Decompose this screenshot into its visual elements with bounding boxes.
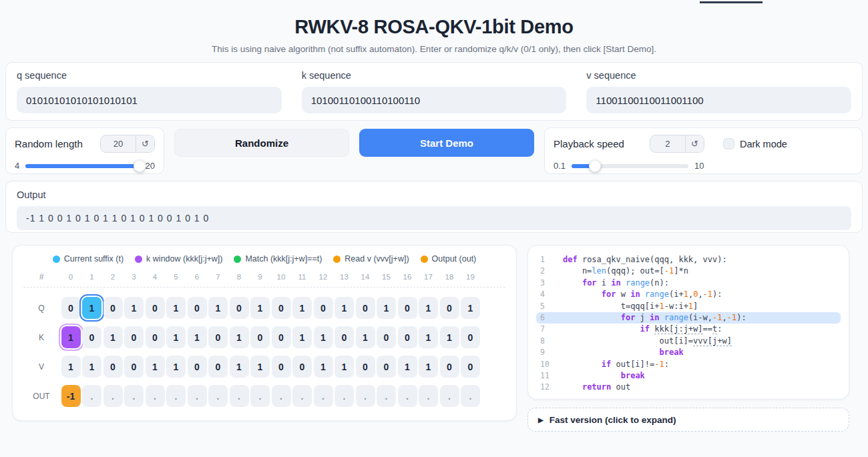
- sequence-inputs-card: q sequence k sequence v sequence: [5, 62, 863, 121]
- grid-row-v: V11001100110011001100: [23, 356, 505, 378]
- code-token: 1: [684, 290, 688, 299]
- code-token: vvv[j+w]: [693, 336, 732, 346]
- grid-cell-v-13: 1: [335, 356, 354, 378]
- grid-cell-k-18: 1: [440, 326, 459, 348]
- v-sequence-group: v sequence: [586, 70, 851, 120]
- code-token: [563, 290, 602, 299]
- grid-column-header: 11: [292, 273, 312, 281]
- legend-item: Current suffix (t): [53, 254, 124, 264]
- code-token: break: [660, 348, 684, 357]
- code-token: :: [664, 360, 669, 369]
- grid-column-header: 4: [146, 273, 165, 281]
- grid-cell-k-1: 0: [82, 326, 101, 348]
- code-line-number: 9: [540, 347, 563, 358]
- random-length-stepper[interactable]: 20 ↺: [100, 135, 155, 153]
- v-sequence-input[interactable]: [586, 87, 851, 113]
- grid-cell-out-2: .: [103, 385, 123, 407]
- grid-column-header: 9: [250, 273, 270, 281]
- code-line-source: if kkk[j:j+w]==t:: [563, 324, 722, 335]
- code-line-number: 12: [540, 382, 563, 393]
- legend-dot-icon: [421, 256, 428, 263]
- grid-cell-v-7: 0: [208, 356, 228, 378]
- code-token: t=qqq[i+: [563, 302, 660, 311]
- output-field[interactable]: [17, 206, 851, 230]
- grid-cell-v-14: 0: [356, 356, 375, 378]
- code-token: kkk[j:j+w]: [654, 324, 702, 334]
- grid-cell-v-10: 0: [272, 356, 291, 378]
- code-line-number: 6: [540, 312, 563, 324]
- grid-column-header: 10: [272, 273, 291, 281]
- code-line-source: out[i]=vvv[j+w]: [563, 336, 732, 347]
- grid-header-divider: [23, 287, 505, 288]
- q-sequence-input[interactable]: [17, 87, 282, 113]
- k-sequence-input[interactable]: [302, 87, 567, 113]
- code-token: [640, 290, 645, 299]
- playback-speed-slider[interactable]: [572, 164, 688, 168]
- grid-cell-k-4: 0: [146, 326, 165, 348]
- random-length-slider[interactable]: [25, 164, 139, 168]
- randomize-button[interactable]: Randomize: [174, 129, 349, 157]
- code-token: -1: [712, 313, 722, 322]
- grid-cell-out-14: .: [356, 385, 375, 407]
- random-length-slider-thumb[interactable]: [134, 160, 146, 172]
- code-column: 1def rosa_qkv_naive(qqq, kkk, vvv):2 n=l…: [527, 245, 849, 432]
- code-token: for: [582, 278, 597, 288]
- grid-cell-k-15: 0: [377, 326, 396, 348]
- dark-mode-checkbox[interactable]: [723, 138, 734, 149]
- grid-row-k: K10100110100110100110: [23, 326, 505, 348]
- grid-row-q: Q01010101010101010101: [23, 297, 505, 319]
- code-line-source: t=qqq[i+1-w:i+1]: [563, 301, 698, 312]
- grid-cell-v-19: 0: [461, 356, 480, 378]
- grid-header-row: #012345678910111213141516171819: [23, 272, 505, 282]
- code-token: ):: [712, 290, 722, 299]
- playback-speed-reset-icon[interactable]: ↺: [685, 135, 704, 152]
- grid-cell-q-2: 0: [103, 297, 123, 319]
- v-sequence-label: v sequence: [586, 70, 851, 81]
- random-length-max: 20: [146, 161, 155, 171]
- grid-cell-out-3: .: [124, 385, 144, 407]
- grid-cell-q-15: 1: [377, 297, 396, 319]
- code-line-10: 10 if out[i]!=-1:: [536, 359, 841, 370]
- grid-cell-out-1: .: [82, 385, 101, 407]
- code-token: i: [597, 278, 612, 288]
- code-token: out[i]!=: [611, 360, 654, 369]
- grid-column-header: 17: [419, 273, 438, 281]
- playback-speed-stepper[interactable]: 2 ↺: [650, 135, 704, 153]
- dark-mode-group[interactable]: Dark mode: [723, 138, 787, 149]
- playback-speed-slider-thumb[interactable]: [589, 160, 601, 172]
- grid-cell-out-9: .: [250, 385, 270, 407]
- random-length-reset-icon[interactable]: ↺: [136, 135, 154, 152]
- grid-cell-out-12: .: [314, 385, 333, 407]
- grid-cell-k-14: 1: [356, 326, 375, 348]
- grid-column-header: 2: [103, 273, 123, 281]
- legend-label: k window (kkk[j:j+w]): [146, 254, 222, 264]
- start-demo-button[interactable]: Start Demo: [359, 129, 534, 157]
- grid-cell-q-16: 0: [398, 297, 417, 319]
- code-token: for: [602, 290, 616, 299]
- code-token: 1: [660, 302, 664, 311]
- grid-cell-v-2: 0: [103, 356, 123, 378]
- playback-speed-value[interactable]: 2: [650, 135, 685, 152]
- random-length-value[interactable]: 20: [101, 135, 136, 152]
- grid-cell-out-7: .: [208, 385, 228, 407]
- code-token: (qqq); out=[: [606, 266, 664, 276]
- code-token: range: [626, 278, 650, 288]
- code-token: ]*n: [674, 266, 688, 276]
- grid-cell-k-5: 1: [166, 326, 186, 348]
- grid-index-header: #: [23, 272, 59, 282]
- code-token: rosa_qkv_naive(qqq, kkk, vvv):: [578, 255, 727, 264]
- dark-mode-label: Dark mode: [740, 139, 787, 149]
- code-token: def: [563, 255, 578, 264]
- grid-cell-k-2: 1: [103, 326, 123, 348]
- playback-speed-label: Playback speed: [554, 138, 624, 149]
- code-token: -1: [664, 266, 674, 276]
- fast-version-expander[interactable]: ▶ Fast version (click to expand): [527, 408, 849, 432]
- controls-row: Random length 20 ↺ 4 20 Randomize Start …: [5, 127, 863, 174]
- code-token: (i-w,: [688, 313, 712, 322]
- grid-cell-k-13: 0: [335, 326, 354, 348]
- grid-column-header: 8: [230, 273, 249, 281]
- code-token: ,: [698, 290, 702, 299]
- code-token: [563, 348, 660, 357]
- legend: Current suffix (t)k window (kkk[j:j+w])M…: [23, 254, 505, 264]
- grid-column-header: 7: [208, 273, 228, 281]
